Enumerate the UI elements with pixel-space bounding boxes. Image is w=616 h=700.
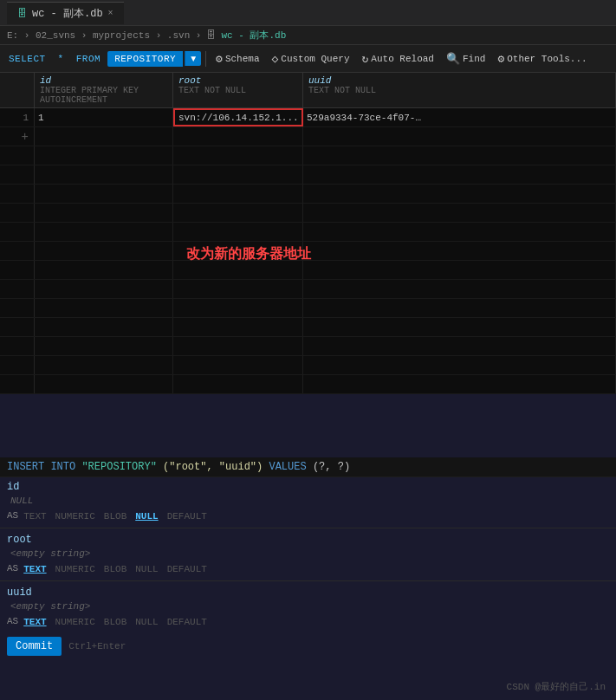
sql-insert-kw: INSERT INTO <box>7 461 81 473</box>
col-type-uuid: TEXT NOT NULL <box>308 86 610 95</box>
other-tools-button[interactable]: ⚙ Other Tools... <box>492 49 592 68</box>
type-default-uuid[interactable]: DEFAULT <box>164 616 211 628</box>
type-numeric-root[interactable]: NUMERIC <box>52 563 99 575</box>
from-button[interactable]: FROM <box>71 51 106 67</box>
type-tabs-id: AS TEXT NUMERIC BLOB NULL DEFAULT <box>0 509 616 526</box>
commit-shortcut: Ctrl+Enter <box>68 641 126 651</box>
field-name-root: root <box>7 532 609 548</box>
breadcrumb-db-name: wc - 副本.db <box>221 29 286 42</box>
cell-add-id <box>35 127 173 146</box>
col-header-uuid: uuid TEXT NOT NULL <box>303 73 616 107</box>
table-row[interactable]: 1 1 svn://106.14.152.1... 529a9334-73ce-… <box>0 108 616 127</box>
row-add-icon: + <box>0 127 35 146</box>
cell-add-uuid <box>303 127 616 146</box>
schema-label: Schema <box>225 54 260 64</box>
type-tabs-root: AS TEXT NUMERIC BLOB NULL DEFAULT <box>0 561 616 579</box>
col-name-id: id <box>40 75 167 86</box>
type-text-id[interactable]: TEXT <box>20 510 49 522</box>
col-type-id: INTEGER PRIMARY KEY <box>40 86 167 95</box>
repository-button[interactable]: REPOSITORY <box>107 51 183 67</box>
cell-root-1[interactable]: svn://106.14.152.1... <box>173 108 303 126</box>
cell-uuid-1[interactable]: 529a9334-73ce-4f07-… <box>303 108 616 126</box>
db-icon: 🗄 <box>17 8 27 19</box>
other-tools-label: Other Tools... <box>507 54 587 64</box>
schema-icon: ⚙ <box>216 52 223 66</box>
col-header-root: root TEXT NOT NULL <box>173 73 303 107</box>
table-row-empty-6 <box>0 242 616 261</box>
schema-button[interactable]: ⚙ Schema <box>211 49 264 68</box>
divider-2 <box>0 580 616 581</box>
star-button[interactable]: * <box>53 51 69 67</box>
table-row-empty-12 <box>0 356 616 375</box>
table-row-add[interactable]: + <box>0 127 616 146</box>
table-row-empty-5 <box>0 223 616 242</box>
repository-dropdown[interactable]: ▼ <box>185 51 201 66</box>
as-label-root: AS <box>7 563 18 575</box>
type-tabs-uuid: AS TEXT NUMERIC BLOB NULL DEFAULT <box>0 614 616 632</box>
field-section-uuid: uuid <empty string> <box>0 583 616 614</box>
table-row-empty-3 <box>0 185 616 204</box>
cell-id-1[interactable]: 1 <box>35 108 173 126</box>
bottom-panel: INSERT INTO "REPOSITORY" ("root", "uuid"… <box>0 457 616 700</box>
custom-query-button[interactable]: ◇ Custom Query <box>266 49 354 68</box>
table-body: 1 1 svn://106.14.152.1... 529a9334-73ce-… <box>0 108 616 394</box>
other-tools-icon: ⚙ <box>497 52 504 66</box>
auto-reload-button[interactable]: ↻ Auto Reload <box>357 49 439 68</box>
table-row-empty-2 <box>0 165 616 185</box>
field-value-uuid[interactable]: <empty string> <box>7 600 609 612</box>
table-row-empty-1 <box>0 146 616 165</box>
type-text-uuid[interactable]: TEXT <box>20 616 49 628</box>
find-icon: 🔍 <box>446 52 460 66</box>
select-button[interactable]: SELECT <box>3 51 51 67</box>
field-name-uuid: uuid <box>7 585 609 600</box>
col-name-root: root <box>178 75 297 86</box>
type-numeric-uuid[interactable]: NUMERIC <box>52 616 99 628</box>
table-row-empty-11 <box>0 337 616 356</box>
type-blob-id[interactable]: BLOB <box>101 510 130 522</box>
auto-reload-icon: ↻ <box>362 52 369 66</box>
col-header-id: id INTEGER PRIMARY KEY AUTOINCREMENT <box>35 73 173 107</box>
cell-add-root <box>173 127 303 146</box>
find-button[interactable]: 🔍 Find <box>441 49 490 68</box>
table-row-empty-13 <box>0 375 616 394</box>
divider-1 <box>0 528 616 528</box>
custom-query-label: Custom Query <box>281 54 349 64</box>
sql-values: (?, ?) <box>313 461 350 473</box>
type-default-root[interactable]: DEFAULT <box>164 563 211 575</box>
type-null-root[interactable]: NULL <box>132 563 161 575</box>
field-value-root[interactable]: <empty string> <box>7 548 609 560</box>
table-row-empty-8 <box>0 280 616 299</box>
type-blob-root[interactable]: BLOB <box>101 563 130 575</box>
commit-button[interactable]: Commit <box>7 637 62 656</box>
breadcrumb-path: E: › 02_svns › myprojects › .svn › <box>7 30 201 41</box>
title-bar: 🗄 wc - 副本.db × <box>0 0 616 26</box>
type-null-id[interactable]: NULL <box>132 510 161 522</box>
tab-close-icon[interactable]: × <box>108 9 113 18</box>
field-section-root: root <empty string> <box>0 530 616 561</box>
column-headers: id INTEGER PRIMARY KEY AUTOINCREMENT roo… <box>0 73 616 108</box>
as-label-uuid: AS <box>7 616 18 628</box>
title-tab[interactable]: 🗄 wc - 副本.db × <box>7 2 124 24</box>
auto-reload-label: Auto Reload <box>371 54 434 64</box>
sql-line: INSERT INTO "REPOSITORY" ("root", "uuid"… <box>0 457 616 477</box>
type-text-root[interactable]: TEXT <box>20 563 49 575</box>
sql-table-name: "REPOSITORY" <box>81 461 156 473</box>
type-numeric-id[interactable]: NUMERIC <box>52 510 99 522</box>
commit-area: Commit Ctrl+Enter <box>0 632 616 661</box>
table-row-empty-4 <box>0 204 616 223</box>
table-row-empty-9 <box>0 299 616 318</box>
col-name-uuid: uuid <box>308 75 610 86</box>
main-content: id INTEGER PRIMARY KEY AUTOINCREMENT roo… <box>0 73 616 700</box>
col-type-root: TEXT NOT NULL <box>178 86 297 95</box>
type-null-uuid[interactable]: NULL <box>132 616 161 628</box>
custom-query-icon: ◇ <box>271 52 278 66</box>
table-row-empty-7 <box>0 261 616 280</box>
field-section-id: id NULL <box>0 477 616 509</box>
col-subtype-id: AUTOINCREMENT <box>40 95 167 105</box>
table-row-empty-10 <box>0 318 616 337</box>
type-default-id[interactable]: DEFAULT <box>164 510 211 522</box>
type-blob-uuid[interactable]: BLOB <box>101 616 130 628</box>
find-label: Find <box>463 54 485 64</box>
sql-values-kw: VALUES <box>269 461 306 473</box>
field-name-id: id <box>7 479 609 495</box>
